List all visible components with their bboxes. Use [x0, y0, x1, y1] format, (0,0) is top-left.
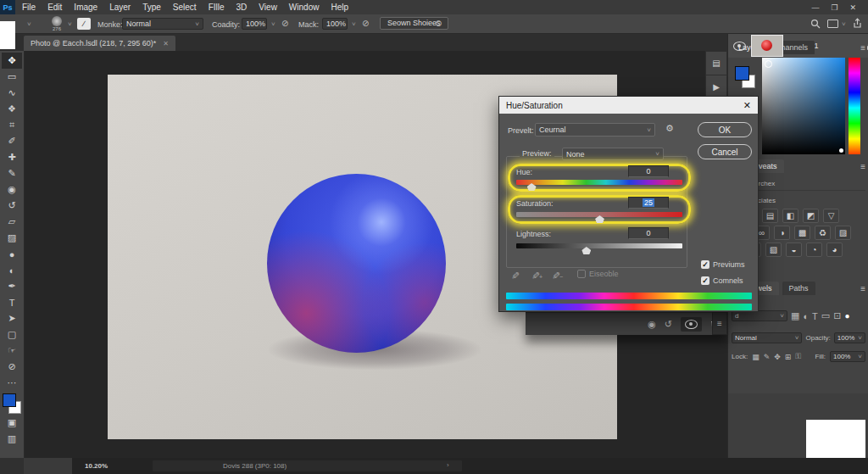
screen-mode-button[interactable]: ▥	[2, 431, 22, 447]
path-selection-tool[interactable]: ➤	[2, 310, 22, 326]
edit-toolbar-ellipsis[interactable]: ⋯	[2, 375, 22, 391]
dialog-title-bar[interactable]: Hue/Saturation ✕	[499, 97, 758, 114]
history-panel-icon[interactable]: ▤	[706, 52, 726, 75]
mini-foreground-swatch[interactable]	[735, 66, 749, 81]
search-icon[interactable]	[810, 19, 821, 29]
eraser-tool[interactable]: ▱	[2, 214, 22, 230]
gradient-tool[interactable]: ▨	[2, 230, 22, 246]
channels-menu-icon[interactable]: ≡	[860, 284, 865, 293]
filter-smart-icon[interactable]: ⊡	[833, 310, 841, 321]
lock-all-icon[interactable]: ⚿	[795, 352, 801, 361]
brush-tool[interactable]: ✎	[2, 165, 22, 181]
move-tool[interactable]: ✥	[2, 53, 22, 69]
quick-mask-button[interactable]: ▣	[2, 415, 22, 431]
history-brush-tool[interactable]: ↺	[2, 198, 22, 214]
actions-panel-icon[interactable]: ▶	[706, 75, 726, 98]
healing-brush-tool[interactable]: ✚	[2, 149, 22, 165]
brush-preview[interactable]: 276	[48, 16, 65, 31]
clip-to-layer-icon[interactable]: ◉	[648, 319, 656, 330]
type-tool[interactable]: T	[2, 294, 22, 310]
pressure-icon[interactable]: ⊙	[435, 19, 442, 28]
hand-tool[interactable]: ☞	[2, 343, 22, 359]
minimize-button[interactable]: —	[811, 3, 819, 12]
vibrance-icon[interactable]: ▽	[823, 209, 839, 223]
filter-shape-icon[interactable]: ▭	[821, 310, 830, 321]
filter-type-icon[interactable]: T	[812, 311, 818, 321]
menu-filter[interactable]: FIlle	[209, 3, 225, 12]
properties-panel-icon[interactable]: ≡	[712, 312, 727, 335]
eyedropper-sample-icon[interactable]: ✐	[511, 269, 520, 281]
picker-cursor[interactable]	[765, 60, 772, 68]
menu-help[interactable]: Help	[331, 3, 348, 12]
workspace-chevron[interactable]: ˅	[842, 20, 846, 28]
tool-preset-chevron[interactable]: ˅	[27, 20, 31, 28]
restore-button[interactable]: ❐	[831, 3, 837, 12]
preview-select[interactable]: None ˅	[562, 148, 664, 160]
filter-adjustment-icon[interactable]: ◐	[803, 311, 809, 321]
selective-color-icon[interactable]: ◕	[826, 243, 843, 257]
preview-checkbox[interactable]: ✓	[701, 260, 709, 269]
tab-close-icon[interactable]: ✕	[163, 40, 169, 47]
mode-select[interactable]: Normal˅	[122, 18, 203, 30]
foreground-color-swatch[interactable]	[3, 393, 16, 407]
hue-value-field[interactable]: 0	[628, 165, 669, 177]
preset-select[interactable]: Ceurnal ˅	[535, 123, 655, 137]
menu-file[interactable]: File	[22, 3, 36, 12]
hue-strip[interactable]	[849, 58, 860, 154]
hue-slider[interactable]	[516, 180, 682, 185]
opacity-field[interactable]: 100%	[242, 18, 267, 30]
dialog-close-icon[interactable]: ✕	[743, 100, 751, 111]
blend-mode-select[interactable]: Normal ˅	[732, 332, 802, 343]
hue-slider-thumb[interactable]	[527, 183, 537, 191]
lightness-slider-thumb[interactable]	[581, 247, 591, 254]
menu-3d[interactable]: 3D	[236, 3, 248, 12]
zoom-tool[interactable]: ⊘	[2, 359, 22, 375]
crop-tool[interactable]: ⌗	[2, 117, 22, 133]
exposure-icon[interactable]: ◩	[803, 209, 819, 223]
color-lookup-icon[interactable]: ▨	[835, 226, 851, 240]
clone-stamp-tool[interactable]: ◉	[2, 181, 22, 198]
opacity-chevron[interactable]: ˅	[271, 20, 275, 28]
share-icon[interactable]	[852, 18, 863, 29]
toggle-visibility-button[interactable]	[681, 317, 702, 332]
airbrush-icon[interactable]: ⊘	[281, 19, 288, 28]
color-swatches[interactable]	[2, 393, 22, 415]
fill-field[interactable]: 100% ˅	[830, 351, 865, 362]
marquee-tool[interactable]: ▭	[2, 69, 22, 85]
filter-pixel-icon[interactable]: ▦	[791, 310, 799, 321]
menu-layer[interactable]: Layer	[109, 3, 131, 12]
reset-adjustment-icon[interactable]: ↺	[665, 319, 672, 330]
gradient-map-icon[interactable]: ◔	[806, 243, 822, 257]
lasso-tool[interactable]: ∿	[2, 85, 22, 101]
colorize-disabled-checkbox[interactable]	[577, 270, 586, 278]
lock-transparency-icon[interactable]: ▦	[752, 353, 760, 361]
close-button[interactable]: ✕	[849, 3, 856, 12]
layer-opacity-field[interactable]: 100% ˅	[834, 332, 865, 343]
zoom-level[interactable]: 10.20%	[85, 462, 108, 470]
flow-field[interactable]: 100%	[322, 18, 348, 30]
brush-panel-toggle-icon[interactable]: ∕	[77, 18, 91, 30]
adjustments-menu-icon[interactable]: ≡	[860, 162, 865, 171]
menu-select[interactable]: Select	[173, 3, 197, 12]
panel-menu-icon[interactable]: ≡	[860, 43, 865, 53]
cancel-button[interactable]: Cancel	[698, 144, 752, 159]
colorize-checkbox[interactable]: ✓	[701, 276, 709, 285]
layer-visibility-eye-icon[interactable]	[733, 42, 746, 51]
posterize-icon[interactable]: ▧	[765, 243, 782, 257]
saturation-slider[interactable]	[516, 212, 682, 217]
saturation-slider-thumb[interactable]	[595, 215, 604, 223]
menu-image[interactable]: Image	[74, 3, 97, 12]
lightness-value-field[interactable]: 0	[628, 227, 669, 239]
filter-toggle-dot[interactable]: ●	[844, 311, 849, 321]
workspace-icon[interactable]	[827, 20, 838, 28]
shape-tool[interactable]: ▢	[2, 326, 22, 343]
photo-filter-icon[interactable]: ▩	[794, 226, 810, 240]
lightness-slider[interactable]	[516, 243, 682, 248]
lock-position-icon[interactable]: ✥	[774, 353, 781, 361]
menu-view[interactable]: View	[259, 3, 277, 12]
flow-chevron[interactable]: ˅	[352, 20, 356, 28]
blur-tool[interactable]: ●	[2, 246, 22, 262]
saturation-value-field[interactable]: 25	[628, 197, 669, 209]
brush-chevron[interactable]: ˅	[68, 20, 72, 28]
preset-gear-icon[interactable]: ⚙	[665, 123, 674, 134]
